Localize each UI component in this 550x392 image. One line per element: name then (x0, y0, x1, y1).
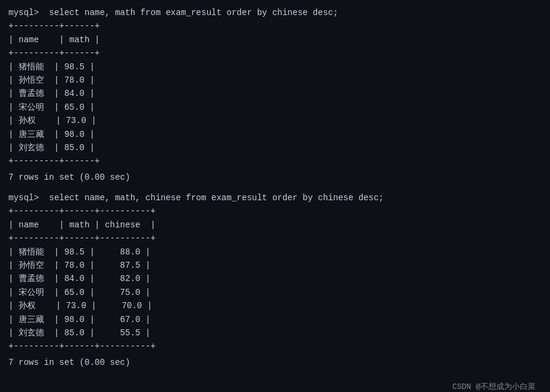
table1-row-4: | 孙权 | 73.0 | (8, 114, 542, 127)
prompt1: mysql> (8, 8, 39, 17)
table2-row-0: | 猪悟能 | 98.5 | 88.0 | (8, 245, 542, 259)
table2-header: | name | math | chinese | (8, 218, 542, 232)
table1-header: | name | math | (8, 33, 542, 46)
query1-line: mysql> select name, math from exam_resul… (8, 6, 542, 19)
watermark: CSDN @不想成为小白菜 (452, 381, 536, 392)
query2-line: mysql> select name, math, chinese from e… (8, 191, 542, 204)
table1-sep-top: +---------+------+ (8, 19, 542, 33)
table2-row-3: | 宋公明 | 65.0 | 75.0 | (8, 286, 542, 299)
table1-row-2: | 曹孟德 | 84.0 | (8, 87, 542, 100)
sql2: select name, math, chinese from exam_res… (39, 193, 383, 203)
table2-sep-bot: +---------+------+----------+ (8, 340, 542, 353)
table1-sep-mid: +---------+------+ (8, 46, 542, 60)
table2-row-6: | 刘玄德 | 85.0 | 55.5 | (8, 326, 542, 340)
table1-row-1: | 孙悟空 | 78.0 | (8, 74, 542, 87)
table2-row-4: | 孙权 | 73.0 | 70.0 | (8, 299, 542, 312)
table2-row-2: | 曹孟德 | 84.0 | 82.0 | (8, 272, 542, 285)
result2: 7 rows in set (0.00 sec) (8, 356, 542, 369)
table1-row-5: | 唐三藏 | 98.0 | (8, 128, 542, 141)
table2-row-5: | 唐三藏 | 98.0 | 67.0 | (8, 313, 542, 326)
table1-row-6: | 刘玄德 | 85.0 | (8, 141, 542, 154)
table2-sep-mid: +---------+------+----------+ (8, 232, 542, 245)
prompt2: mysql> (8, 193, 39, 203)
table1-sep-bot: +---------+------+ (8, 154, 542, 168)
result1: 7 rows in set (0.00 sec) (8, 171, 542, 184)
sql1: select name, math from exam_result order… (39, 8, 338, 17)
table1-row-3: | 宋公明 | 65.0 | (8, 101, 542, 114)
terminal: mysql> select name, math from exam_resul… (8, 6, 542, 392)
table2-sep-top: +---------+------+----------+ (8, 204, 542, 218)
table1-row-0: | 猪悟能 | 98.5 | (8, 60, 542, 74)
table2-row-1: | 孙悟空 | 78.0 | 87.5 | (8, 259, 542, 272)
